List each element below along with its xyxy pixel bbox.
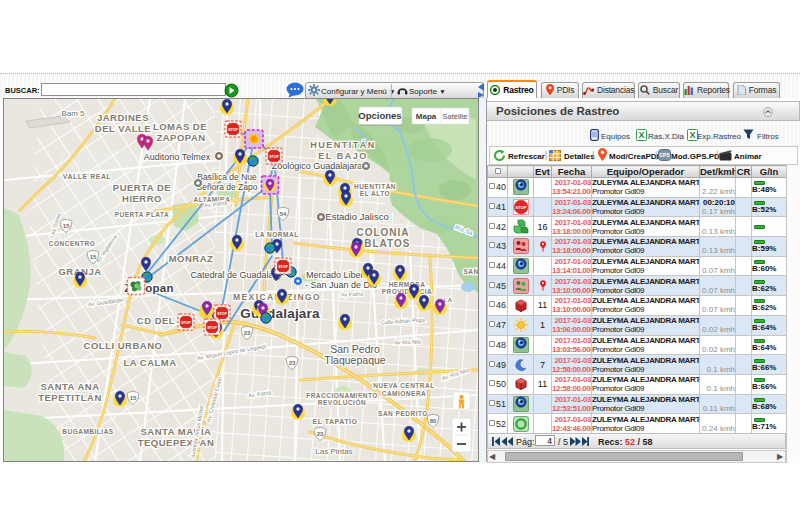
svg-text:X: X — [638, 130, 644, 140]
svg-text:JARDINES: JARDINES — [97, 112, 149, 123]
svg-text:PROVIDENCIA: PROVIDENCIA — [382, 288, 433, 295]
svg-text:Catedral de Guadalaj: Catedral de Guadalaj — [190, 270, 275, 280]
svg-text:FRACCIONAMIENTO: FRACCIONAMIENTO — [306, 392, 378, 399]
svg-text:HUENTITÁN: HUENTITÁN — [310, 140, 376, 150]
svg-text:EL BAJO: EL BAJO — [318, 151, 367, 161]
svg-text:PUERTA PLATA: PUERTA PLATA — [115, 211, 170, 218]
svg-text:SANTA MARÍA: SANTA MARÍA — [141, 426, 212, 437]
svg-text:SAN PEDRITO: SAN PEDRITO — [378, 410, 428, 417]
svg-text:23: 23 — [317, 431, 324, 437]
svg-text:HERMOSA: HERMOSA — [389, 281, 426, 288]
svg-text:EL TAPATÍO: EL TAPATÍO — [313, 417, 358, 425]
svg-text:EL ALTO: EL ALTO — [360, 190, 390, 197]
svg-text:NUEVA CENTRAL: NUEVA CENTRAL — [373, 382, 434, 389]
svg-text:PUERTA DE: PUERTA DE — [113, 182, 171, 193]
svg-text:CAMIONERA: CAMIONERA — [382, 390, 427, 397]
svg-text:Las Pintas: Las Pintas — [315, 447, 352, 456]
svg-text:COLONIA: COLONIA — [356, 227, 409, 238]
svg-text:Av Río Nilo: Av Río Nilo — [394, 339, 422, 346]
svg-text:DEL VALLE: DEL VALLE — [95, 123, 151, 134]
svg-text:- San Juan de Dio: - San Juan de Dio — [305, 280, 377, 290]
svg-text:15: 15 — [90, 254, 97, 260]
svg-text:HIERRO: HIERRO — [122, 193, 162, 204]
svg-text:HUENTITÁN: HUENTITÁN — [354, 182, 396, 190]
svg-text:SAN: SAN — [463, 268, 478, 275]
svg-text:Auditorio Telmex: Auditorio Telmex — [144, 152, 211, 162]
svg-text:54: 54 — [280, 211, 287, 217]
svg-text:80: 80 — [430, 418, 437, 424]
svg-text:GPS: GPS — [659, 152, 670, 158]
svg-text:COLLI URBANO: COLLI URBANO — [84, 340, 163, 351]
svg-text:ZAPOPAN: ZAPOPAN — [156, 132, 205, 143]
svg-text:Estadio Jalisco: Estadio Jalisco — [325, 211, 388, 222]
svg-text:TEQUEPEXPAN: TEQUEPEXPAN — [138, 437, 215, 448]
svg-text:CD DEL: CD DEL — [137, 315, 175, 326]
svg-text:Señora de Zapo: Señora de Zapo — [197, 182, 258, 192]
svg-text:Basílica de Nue: Basílica de Nue — [197, 172, 257, 182]
svg-text:LA CALMA: LA CALMA — [123, 357, 176, 368]
svg-text:Opciones: Opciones — [358, 110, 401, 121]
svg-text:LOMAS DE: LOMAS DE — [153, 121, 207, 132]
svg-text:SANTA ANA: SANTA ANA — [40, 381, 99, 392]
svg-text:Bam 5: Bam 5 — [61, 109, 85, 118]
svg-text:VALLE REAL: VALLE REAL — [63, 173, 112, 180]
svg-text:Satélite: Satélite — [442, 112, 467, 121]
svg-text:15: 15 — [63, 223, 70, 229]
svg-text:23: 23 — [244, 330, 251, 336]
svg-text:X: X — [689, 130, 695, 140]
svg-text:TEPETITLÁN: TEPETITLÁN — [38, 392, 102, 403]
svg-text:STOP: STOP — [515, 205, 527, 210]
svg-text:LA NORMAL: LA NORMAL — [255, 231, 298, 238]
svg-text:CONCENTRO: CONCENTRO — [49, 240, 95, 247]
svg-text:LA: LA — [444, 297, 453, 303]
svg-text:Av Patria: Av Patria — [341, 291, 364, 298]
svg-text:23: 23 — [289, 360, 296, 366]
svg-text:15: 15 — [130, 395, 137, 401]
svg-text:MONRAZ: MONRAZ — [169, 253, 214, 264]
svg-text:Mapa: Mapa — [416, 112, 437, 121]
svg-text:Tlaquepaque: Tlaquepaque — [324, 354, 385, 366]
svg-text:Zoológico Guadalajara: Zoológico Guadalajara — [272, 161, 363, 171]
svg-text:REVOLUCIÓN: REVOLUCIÓN — [318, 398, 366, 406]
svg-text:BUGAMBILIAS: BUGAMBILIAS — [62, 428, 114, 435]
